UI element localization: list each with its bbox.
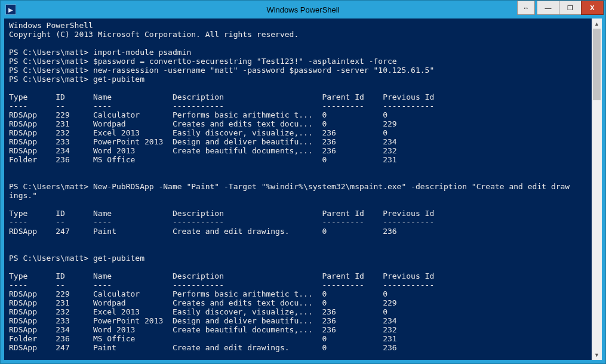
window-title: Windows PowerShell — [1, 5, 605, 14]
vertical-scrollbar[interactable]: ▲ ▼ — [592, 18, 602, 360]
scroll-thumb[interactable] — [593, 29, 601, 100]
titlebar[interactable]: ▶ Windows PowerShell ↔ — ❐ X — [1, 1, 605, 18]
powershell-window: ▶ Windows PowerShell ↔ — ❐ X Windows Pow… — [0, 0, 606, 364]
terminal-output[interactable]: Windows PowerShell Copyright (C) 2013 Mi… — [4, 18, 592, 360]
scroll-down-icon[interactable]: ▼ — [592, 350, 602, 360]
terminal-client: Windows PowerShell Copyright (C) 2013 Mi… — [4, 18, 602, 360]
scroll-up-icon[interactable]: ▲ — [592, 18, 602, 29]
